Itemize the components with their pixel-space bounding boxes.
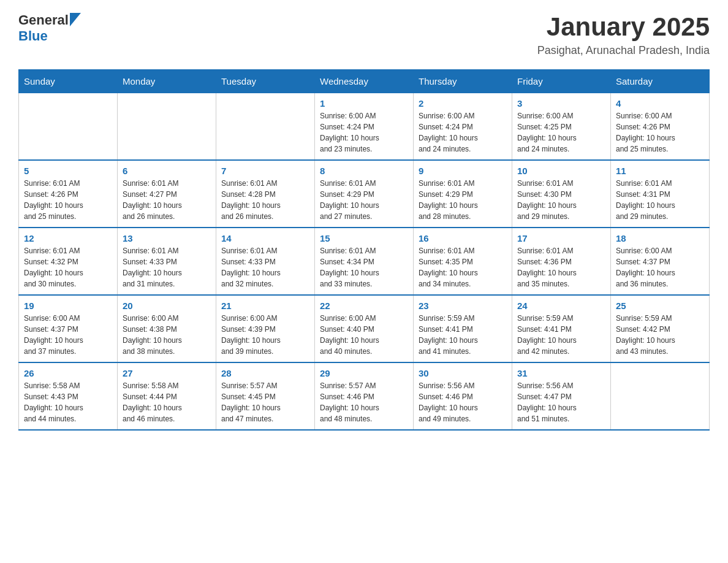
calendar-cell: 28Sunrise: 5:57 AM Sunset: 4:45 PM Dayli… — [216, 362, 315, 430]
day-number: 3 — [517, 98, 605, 109]
day-number: 7 — [221, 166, 309, 176]
day-info: Sunrise: 6:01 AM Sunset: 4:34 PM Dayligh… — [320, 245, 408, 289]
day-info: Sunrise: 6:01 AM Sunset: 4:28 PM Dayligh… — [221, 178, 309, 222]
day-info: Sunrise: 6:00 AM Sunset: 4:39 PM Dayligh… — [221, 313, 309, 357]
day-number: 15 — [320, 233, 408, 243]
calendar-cell: 25Sunrise: 5:59 AM Sunset: 4:42 PM Dayli… — [611, 295, 710, 362]
day-info: Sunrise: 6:01 AM Sunset: 4:31 PM Dayligh… — [616, 178, 704, 222]
day-number: 28 — [221, 368, 309, 378]
header-wednesday: Wednesday — [315, 70, 414, 93]
day-info: Sunrise: 5:59 AM Sunset: 4:41 PM Dayligh… — [517, 313, 605, 357]
calendar-cell: 2Sunrise: 6:00 AM Sunset: 4:24 PM Daylig… — [414, 93, 512, 161]
day-number: 4 — [616, 98, 704, 109]
calendar-cell: 19Sunrise: 6:00 AM Sunset: 4:37 PM Dayli… — [19, 295, 118, 362]
calendar-cell: 6Sunrise: 6:01 AM Sunset: 4:27 PM Daylig… — [118, 160, 216, 228]
day-number: 18 — [616, 233, 704, 243]
day-number: 29 — [320, 368, 408, 378]
week-row-4: 19Sunrise: 6:00 AM Sunset: 4:37 PM Dayli… — [19, 295, 710, 362]
day-number: 20 — [123, 301, 211, 311]
calendar-cell: 29Sunrise: 5:57 AM Sunset: 4:46 PM Dayli… — [315, 362, 414, 430]
header-friday: Friday — [512, 70, 611, 93]
day-info: Sunrise: 6:01 AM Sunset: 4:30 PM Dayligh… — [517, 178, 605, 222]
day-number: 25 — [616, 301, 704, 311]
day-info: Sunrise: 6:01 AM Sunset: 4:32 PM Dayligh… — [24, 245, 112, 289]
day-info: Sunrise: 6:00 AM Sunset: 4:26 PM Dayligh… — [616, 110, 704, 155]
day-info: Sunrise: 5:59 AM Sunset: 4:42 PM Dayligh… — [616, 313, 704, 357]
day-info: Sunrise: 5:58 AM Sunset: 4:44 PM Dayligh… — [123, 380, 211, 424]
logo: General Blue — [18, 12, 81, 44]
header-monday: Monday — [118, 70, 216, 93]
calendar-cell: 10Sunrise: 6:01 AM Sunset: 4:30 PM Dayli… — [512, 160, 611, 228]
day-number: 1 — [320, 98, 408, 109]
day-info: Sunrise: 5:58 AM Sunset: 4:43 PM Dayligh… — [24, 380, 112, 424]
day-info: Sunrise: 6:00 AM Sunset: 4:24 PM Dayligh… — [419, 110, 507, 155]
day-info: Sunrise: 5:57 AM Sunset: 4:46 PM Dayligh… — [320, 380, 408, 424]
calendar-cell: 12Sunrise: 6:01 AM Sunset: 4:32 PM Dayli… — [19, 228, 118, 295]
calendar-cell — [611, 362, 710, 430]
day-info: Sunrise: 6:01 AM Sunset: 4:33 PM Dayligh… — [221, 245, 309, 289]
location-subtitle: Pasighat, Arunachal Pradesh, India — [537, 44, 710, 57]
calendar-cell: 15Sunrise: 6:01 AM Sunset: 4:34 PM Dayli… — [315, 228, 414, 295]
calendar-cell: 5Sunrise: 6:01 AM Sunset: 4:26 PM Daylig… — [19, 160, 118, 228]
day-info: Sunrise: 6:00 AM Sunset: 4:40 PM Dayligh… — [320, 313, 408, 357]
calendar-header: Sunday Monday Tuesday Wednesday Thursday… — [19, 70, 710, 93]
calendar-cell: 17Sunrise: 6:01 AM Sunset: 4:36 PM Dayli… — [512, 228, 611, 295]
logo-general-text: General — [18, 12, 69, 28]
calendar-cell: 14Sunrise: 6:01 AM Sunset: 4:33 PM Dayli… — [216, 228, 315, 295]
week-row-5: 26Sunrise: 5:58 AM Sunset: 4:43 PM Dayli… — [19, 362, 710, 430]
day-number: 9 — [419, 166, 507, 176]
header-tuesday: Tuesday — [216, 70, 315, 93]
calendar-cell: 4Sunrise: 6:00 AM Sunset: 4:26 PM Daylig… — [611, 93, 710, 161]
day-info: Sunrise: 5:59 AM Sunset: 4:41 PM Dayligh… — [419, 313, 507, 357]
calendar-cell: 24Sunrise: 5:59 AM Sunset: 4:41 PM Dayli… — [512, 295, 611, 362]
day-number: 14 — [221, 233, 309, 243]
day-number: 21 — [221, 301, 309, 311]
day-number: 22 — [320, 301, 408, 311]
logo-wrapper: General Blue — [18, 12, 81, 44]
day-info: Sunrise: 6:01 AM Sunset: 4:29 PM Dayligh… — [419, 178, 507, 222]
page-header: General Blue January 2025 Pasighat, Arun… — [18, 12, 710, 57]
day-number: 5 — [24, 166, 112, 176]
month-year-title: January 2025 — [537, 12, 710, 42]
calendar-cell: 27Sunrise: 5:58 AM Sunset: 4:44 PM Dayli… — [118, 362, 216, 430]
day-info: Sunrise: 6:00 AM Sunset: 4:24 PM Dayligh… — [320, 110, 408, 155]
day-number: 6 — [123, 166, 211, 176]
day-number: 17 — [517, 233, 605, 243]
calendar-cell: 21Sunrise: 6:00 AM Sunset: 4:39 PM Dayli… — [216, 295, 315, 362]
day-number: 23 — [419, 301, 507, 311]
calendar-cell: 30Sunrise: 5:56 AM Sunset: 4:46 PM Dayli… — [414, 362, 512, 430]
day-info: Sunrise: 6:01 AM Sunset: 4:27 PM Dayligh… — [123, 178, 211, 222]
calendar-cell: 18Sunrise: 6:00 AM Sunset: 4:37 PM Dayli… — [611, 228, 710, 295]
day-number: 8 — [320, 166, 408, 176]
day-info: Sunrise: 6:00 AM Sunset: 4:37 PM Dayligh… — [24, 313, 112, 357]
week-row-2: 5Sunrise: 6:01 AM Sunset: 4:26 PM Daylig… — [19, 160, 710, 228]
calendar-cell: 23Sunrise: 5:59 AM Sunset: 4:41 PM Dayli… — [414, 295, 512, 362]
calendar-cell: 22Sunrise: 6:00 AM Sunset: 4:40 PM Dayli… — [315, 295, 414, 362]
calendar-cell — [19, 93, 118, 161]
day-info: Sunrise: 5:56 AM Sunset: 4:46 PM Dayligh… — [419, 380, 507, 424]
day-number: 30 — [419, 368, 507, 378]
day-number: 11 — [616, 166, 704, 176]
calendar-cell: 1Sunrise: 6:00 AM Sunset: 4:24 PM Daylig… — [315, 93, 414, 161]
days-of-week-row: Sunday Monday Tuesday Wednesday Thursday… — [19, 70, 710, 93]
day-info: Sunrise: 6:01 AM Sunset: 4:35 PM Dayligh… — [419, 245, 507, 289]
calendar-cell: 13Sunrise: 6:01 AM Sunset: 4:33 PM Dayli… — [118, 228, 216, 295]
calendar-cell — [216, 93, 315, 161]
day-number: 19 — [24, 301, 112, 311]
day-info: Sunrise: 6:01 AM Sunset: 4:33 PM Dayligh… — [123, 245, 211, 289]
day-info: Sunrise: 5:57 AM Sunset: 4:45 PM Dayligh… — [221, 380, 309, 424]
calendar-body: 1Sunrise: 6:00 AM Sunset: 4:24 PM Daylig… — [19, 93, 710, 431]
day-number: 26 — [24, 368, 112, 378]
calendar-cell: 9Sunrise: 6:01 AM Sunset: 4:29 PM Daylig… — [414, 160, 512, 228]
calendar-cell: 31Sunrise: 5:56 AM Sunset: 4:47 PM Dayli… — [512, 362, 611, 430]
header-saturday: Saturday — [611, 70, 710, 93]
day-info: Sunrise: 6:00 AM Sunset: 4:37 PM Dayligh… — [616, 245, 704, 289]
day-info: Sunrise: 5:56 AM Sunset: 4:47 PM Dayligh… — [517, 380, 605, 424]
calendar-table: Sunday Monday Tuesday Wednesday Thursday… — [18, 69, 710, 431]
calendar-cell: 7Sunrise: 6:01 AM Sunset: 4:28 PM Daylig… — [216, 160, 315, 228]
logo-blue-text: Blue — [18, 28, 81, 44]
day-info: Sunrise: 6:01 AM Sunset: 4:29 PM Dayligh… — [320, 178, 408, 222]
day-number: 24 — [517, 301, 605, 311]
day-info: Sunrise: 6:00 AM Sunset: 4:25 PM Dayligh… — [517, 110, 605, 155]
logo-top: General — [18, 12, 81, 28]
